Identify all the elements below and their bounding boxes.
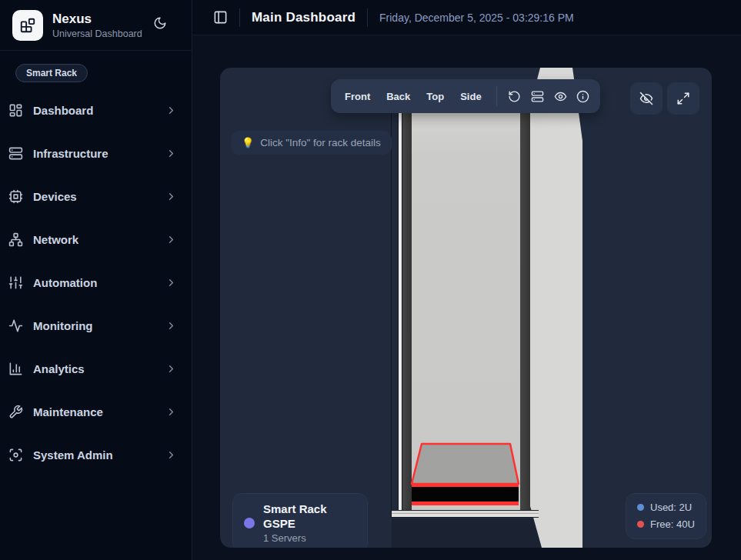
rack-server-count: 1 Servers bbox=[263, 532, 356, 544]
sidebar-item-infrastructure[interactable]: Infrastructure bbox=[5, 138, 188, 168]
view-back-button[interactable]: Back bbox=[379, 85, 418, 108]
wrench-icon bbox=[8, 405, 23, 419]
free-dot bbox=[637, 521, 644, 528]
sidebar-item-devices[interactable]: Devices bbox=[5, 181, 188, 212]
datetime-label: Friday, December 5, 2025 - 03:29:16 PM bbox=[379, 12, 574, 24]
cpu-icon bbox=[8, 189, 23, 204]
activity-icon bbox=[8, 318, 23, 333]
eye-icon[interactable] bbox=[549, 83, 572, 109]
sidebar-item-system-admin[interactable]: System Admin bbox=[5, 439, 188, 470]
hint-text: Click "Info" for rack details bbox=[260, 137, 381, 148]
rack-viewer-panel: Front Back Top Side bbox=[220, 68, 712, 548]
free-label: Free: 40U bbox=[650, 518, 695, 530]
bar-chart-icon bbox=[8, 362, 23, 376]
sidebar-item-label: Infrastructure bbox=[33, 147, 155, 160]
sidebar-toggle-panel-icon[interactable] bbox=[213, 10, 228, 25]
header-divider bbox=[367, 8, 368, 27]
sidebar-item-label: Automation bbox=[33, 276, 155, 289]
chevron-right-icon bbox=[165, 449, 177, 461]
rack-info-card: Smart Rack GSPE 1 Servers bbox=[232, 493, 368, 548]
layout-dashboard-icon bbox=[8, 103, 23, 118]
chevron-right-icon bbox=[165, 105, 177, 116]
capacity-legend: Used: 2U Free: 40U bbox=[626, 493, 706, 539]
main-content: Front Back Top Side bbox=[192, 35, 741, 560]
smart-rack-badge: Smart Rack bbox=[15, 64, 88, 82]
sidebar-item-maintenance[interactable]: Maintenance bbox=[5, 396, 188, 427]
chevron-right-icon bbox=[165, 320, 177, 332]
brand-header: Nexus Universal Dashboard bbox=[0, 0, 192, 51]
rack-name: Smart Rack GSPE bbox=[263, 502, 356, 531]
used-dot bbox=[637, 504, 644, 511]
sidebar-item-label: Monitoring bbox=[33, 319, 155, 332]
sidebar-item-monitoring[interactable]: Monitoring bbox=[5, 310, 188, 341]
view-toolbar: Front Back Top Side bbox=[331, 79, 600, 113]
view-front-button[interactable]: Front bbox=[337, 85, 378, 108]
sidebar-nav: Dashboard Infrastructure Devices Network bbox=[0, 95, 192, 470]
info-icon[interactable] bbox=[572, 83, 594, 109]
header-divider bbox=[239, 8, 240, 27]
sidebar-item-analytics[interactable]: Analytics bbox=[5, 353, 188, 384]
theme-toggle-moon-icon[interactable] bbox=[153, 16, 167, 30]
brand-title: Nexus bbox=[52, 12, 142, 27]
chevron-right-icon bbox=[165, 277, 177, 288]
rack-status-dot bbox=[244, 518, 255, 528]
brand-subtitle: Universal Dashboard bbox=[52, 28, 142, 39]
sidebar: Nexus Universal Dashboard Smart Rack Das… bbox=[0, 0, 192, 560]
sliders-icon bbox=[8, 275, 23, 290]
app-root: Nexus Universal Dashboard Smart Rack Das… bbox=[0, 0, 741, 560]
sidebar-item-label: Devices bbox=[33, 190, 155, 203]
info-hint-tooltip: 💡 Click "Info" for rack details bbox=[231, 131, 392, 155]
used-label: Used: 2U bbox=[650, 502, 692, 513]
chevron-right-icon bbox=[165, 363, 177, 375]
top-header: Main Dashboard Friday, December 5, 2025 … bbox=[192, 0, 741, 35]
toolbar-divider bbox=[496, 86, 497, 106]
scan-settings-icon bbox=[8, 448, 23, 462]
chevron-right-icon bbox=[165, 191, 177, 202]
server-icon bbox=[8, 146, 23, 161]
sidebar-item-label: System Admin bbox=[33, 448, 155, 462]
sidebar-item-automation[interactable]: Automation bbox=[5, 267, 188, 298]
hide-labels-eye-off-icon[interactable] bbox=[630, 82, 663, 115]
sidebar-item-dashboard[interactable]: Dashboard bbox=[5, 95, 188, 125]
rotate-reset-icon[interactable] bbox=[504, 83, 526, 109]
chevron-right-icon bbox=[165, 148, 177, 159]
view-side-button[interactable]: Side bbox=[452, 85, 489, 108]
rack-view-icon[interactable] bbox=[526, 83, 549, 109]
sidebar-item-network[interactable]: Network bbox=[5, 224, 188, 255]
network-icon bbox=[8, 232, 23, 247]
sidebar-item-label: Dashboard bbox=[33, 104, 155, 117]
sidebar-item-label: Network bbox=[33, 233, 155, 246]
page-title: Main Dashboard bbox=[252, 10, 355, 25]
app-logo-icon bbox=[12, 10, 43, 41]
chevron-right-icon bbox=[165, 406, 177, 418]
sidebar-item-label: Analytics bbox=[33, 362, 155, 375]
chevron-right-icon bbox=[165, 234, 177, 245]
fullscreen-expand-icon[interactable] bbox=[667, 82, 699, 115]
view-top-button[interactable]: Top bbox=[419, 85, 452, 108]
sidebar-item-label: Maintenance bbox=[33, 405, 155, 418]
lightbulb-icon: 💡 bbox=[242, 137, 254, 148]
